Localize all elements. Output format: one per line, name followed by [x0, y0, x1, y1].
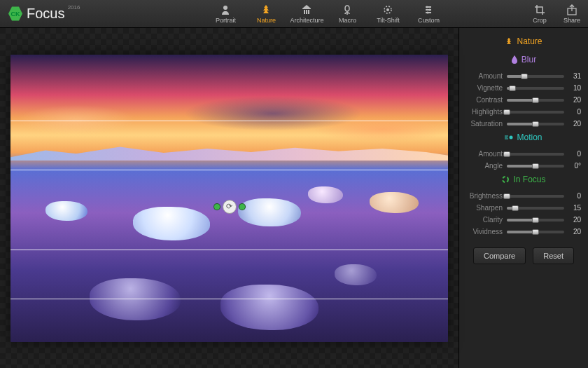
top-right-actions: Crop Share	[524, 0, 588, 27]
photo-decor	[10, 95, 448, 158]
blur-highlights-slider[interactable]	[507, 111, 564, 114]
blur-vignette-slider[interactable]	[507, 87, 564, 90]
slider-thumb[interactable]	[503, 193, 510, 199]
blur-saturation-slider[interactable]	[507, 123, 564, 125]
slider-value: 0	[568, 150, 581, 158]
canvas-area[interactable]: ⟳	[0, 28, 458, 368]
photo-decor	[133, 207, 210, 240]
portrait-icon	[219, 4, 232, 15]
slider-thumb[interactable]	[521, 74, 528, 79]
motion-section-head: Motion	[459, 130, 588, 148]
motion-icon	[505, 134, 513, 141]
focus-vividness-slider[interactable]	[507, 231, 564, 233]
focus-band-handle[interactable]: ⟳	[214, 200, 246, 214]
crop-button[interactable]: Crop	[524, 0, 556, 27]
mode-portrait[interactable]: Portrait	[206, 0, 245, 27]
panel-title: Nature	[517, 36, 542, 46]
nature-icon	[505, 37, 513, 46]
slider-thumb[interactable]	[509, 86, 516, 91]
slider-label: Vividness	[466, 228, 503, 236]
slider-value: 20	[568, 96, 581, 104]
slider-label: Contrast	[466, 96, 503, 104]
focus-icon	[501, 175, 510, 184]
app-title: Focus 2016	[27, 6, 64, 22]
mode-label: Architecture	[290, 17, 323, 24]
focus-row-sharpen: Sharpen15	[459, 202, 588, 214]
app-name: Focus	[27, 6, 64, 21]
svg-point-11	[503, 177, 508, 182]
photo-decor	[370, 192, 419, 213]
slider-thumb[interactable]	[512, 205, 519, 211]
slider-label: Clarity	[466, 216, 503, 224]
slider-thumb[interactable]	[532, 121, 539, 127]
blur-amount-slider[interactable]	[507, 75, 564, 78]
slider-value: 31	[568, 72, 581, 80]
top-toolbar: CK Focus 2016 Portrait Nature Architectu…	[0, 0, 588, 28]
motion-amount-slider[interactable]	[507, 153, 564, 156]
svg-point-10	[510, 136, 513, 139]
svg-point-6	[426, 6, 428, 8]
motion-row-amount: Amount0	[459, 148, 588, 160]
mode-architecture[interactable]: Architecture	[287, 0, 326, 27]
blur-contrast-slider[interactable]	[507, 99, 564, 102]
blur-row-saturation: Saturation20	[459, 118, 588, 130]
slider-thumb[interactable]	[532, 97, 539, 103]
photo-decor	[335, 264, 377, 285]
mode-tiltshift[interactable]: Tilt-Shift	[368, 0, 407, 27]
handle-dot-left[interactable]	[214, 203, 220, 210]
panel-buttons: Compare Reset	[459, 247, 588, 264]
focus-sharpen-slider[interactable]	[507, 207, 564, 210]
slider-value: 15	[568, 204, 581, 212]
mode-macro[interactable]: Macro	[328, 0, 367, 27]
image-preview[interactable]: ⟳	[10, 55, 448, 342]
focus-band-inner-top[interactable]	[10, 170, 448, 170]
slider-value: 20	[568, 120, 581, 128]
reset-button[interactable]: Reset	[533, 247, 574, 264]
mode-label: Portrait	[216, 17, 236, 24]
blur-row-vignette: Vignette10	[459, 82, 588, 94]
photo-decor	[46, 201, 88, 221]
slider-thumb[interactable]	[532, 163, 539, 169]
share-button[interactable]: Share	[556, 0, 588, 27]
handle-rotate-icon[interactable]: ⟳	[223, 200, 237, 214]
slider-label: Vignette	[466, 84, 503, 92]
motion-angle-slider[interactable]	[507, 165, 564, 168]
photo-decor	[90, 278, 181, 320]
focus-band-outer-top[interactable]	[10, 121, 448, 121]
slider-thumb[interactable]	[503, 151, 510, 157]
crop-label: Crop	[533, 17, 547, 24]
focus-row-brightness: Brightness0	[459, 190, 588, 202]
blur-row-amount: Amount31	[459, 70, 588, 82]
slider-thumb[interactable]	[532, 217, 539, 223]
focus-row-vividness: Vividness20	[459, 226, 588, 238]
slider-label: Amount	[466, 72, 503, 80]
handle-dot-right[interactable]	[239, 203, 246, 210]
slider-value: 0°	[568, 162, 581, 170]
mode-nature[interactable]: Nature	[246, 0, 286, 27]
mode-custom[interactable]: Custom	[409, 0, 448, 27]
photo-decor	[220, 285, 318, 330]
compare-button[interactable]: Compare	[473, 247, 526, 264]
svg-point-0	[223, 6, 227, 10]
motion-title: Motion	[517, 132, 542, 142]
focus-title: In Focus	[513, 175, 545, 184]
focus-band-inner-bottom[interactable]	[10, 250, 448, 250]
panel-title-row: Nature	[459, 34, 588, 52]
focus-band-outer-bottom[interactable]	[10, 299, 448, 299]
architecture-icon	[300, 4, 313, 15]
mode-label: Macro	[339, 17, 356, 24]
slider-label: Highlights	[466, 108, 503, 116]
focus-clarity-slider[interactable]	[507, 219, 564, 222]
motion-row-angle: Angle0°	[459, 160, 588, 172]
focus-brightness-slider[interactable]	[507, 195, 564, 198]
tiltshift-icon	[382, 4, 394, 15]
slider-label: Brightness	[466, 192, 503, 200]
slider-value: 0	[568, 192, 581, 200]
slider-value: 20	[568, 216, 581, 224]
adjustments-sidebar: Nature Blur Amount31Vignette10Contrast20…	[458, 28, 588, 368]
slider-label: Saturation	[466, 120, 503, 128]
slider-label: Sharpen	[466, 204, 503, 212]
slider-thumb[interactable]	[532, 229, 539, 235]
slider-thumb[interactable]	[503, 109, 510, 115]
blur-row-highlights: Highlights0	[459, 106, 588, 118]
